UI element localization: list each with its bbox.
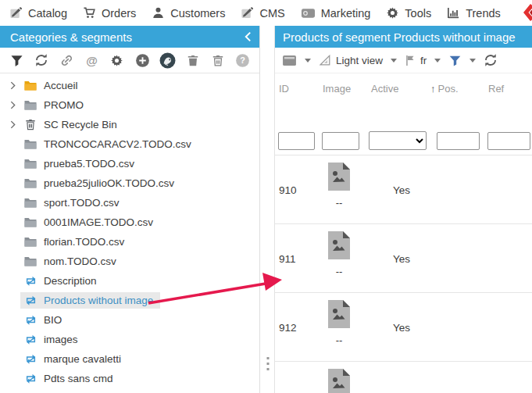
- nav-item-catalog[interactable]: Catalog: [9, 6, 67, 20]
- tree-item-segment[interactable]: marque cavaletti: [0, 349, 259, 369]
- tree-item-csv[interactable]: TRONCOCARACV2.TODO.csv: [0, 134, 259, 154]
- at-sign-icon[interactable]: @: [84, 52, 101, 69]
- product-rows: 910 -- Yes 911 -- Yes 912 -- Yes: [275, 155, 532, 393]
- brand-logo: [521, 2, 532, 23]
- image-placeholder-icon: [328, 231, 350, 259]
- nav-item-tools[interactable]: Tools: [386, 6, 431, 20]
- filter-input-pos[interactable]: [437, 132, 480, 150]
- nav-label: Catalog: [28, 7, 67, 20]
- nav-item-cms[interactable]: CMS: [241, 6, 284, 20]
- nav-item-trends[interactable]: Trends: [447, 6, 501, 20]
- table-row[interactable]: 912 -- Yes: [275, 292, 532, 361]
- nav-label: Marketing: [321, 7, 371, 20]
- refresh-icon[interactable]: [481, 53, 500, 67]
- chevron-right-icon[interactable]: [5, 81, 20, 90]
- trash-all-icon[interactable]: [209, 52, 227, 69]
- chevron-down-icon[interactable]: [434, 59, 441, 63]
- product-active: Yes: [371, 252, 432, 264]
- splitter-grip-icon[interactable]: [266, 357, 269, 370]
- view-mode-icon[interactable]: Light view: [316, 54, 385, 66]
- edit-square-icon: [9, 6, 23, 20]
- recycle-bin-icon: [23, 119, 38, 130]
- refresh-icon[interactable]: [33, 52, 50, 69]
- tree-item-csv[interactable]: nom.TODO.csv: [0, 252, 259, 271]
- filter-input-id[interactable]: [278, 132, 315, 150]
- nav-label: CMS: [259, 7, 284, 20]
- categories-panel-title: Categories & segments: [10, 30, 132, 44]
- trash-icon[interactable]: [184, 52, 202, 69]
- product-id: 912: [279, 321, 297, 333]
- segment-icon: [23, 276, 38, 286]
- folder-gray-icon: [23, 159, 38, 169]
- tree-item-products-without-image[interactable]: Products without image: [0, 291, 259, 310]
- products-toolbar: Light view fr: [275, 48, 532, 73]
- tree-item-csv[interactable]: prueba25julioOK.TODO.csv: [0, 173, 259, 193]
- tree-item-recycle-bin[interactable]: SC Recycle Bin: [0, 115, 259, 134]
- tree-item-segment[interactable]: BIO: [0, 310, 259, 330]
- product-image-cell: --: [325, 163, 353, 208]
- link-icon[interactable]: [58, 52, 75, 69]
- nav-item-customers[interactable]: Customers: [152, 6, 225, 20]
- layout-icon[interactable]: [280, 55, 299, 66]
- chevron-right-icon[interactable]: [5, 101, 20, 109]
- help-icon[interactable]: ?: [234, 52, 252, 69]
- language-flag-icon[interactable]: fr: [402, 54, 429, 67]
- image-caption: --: [336, 266, 343, 277]
- tree-item-csv[interactable]: sport.TODO.csv: [0, 193, 259, 213]
- products-panel-title: Products of segment Products without ima…: [283, 30, 516, 44]
- product-image-cell: --: [325, 300, 353, 345]
- filter-input-image[interactable]: [322, 132, 359, 150]
- tree-item-segment[interactable]: images: [0, 330, 259, 349]
- tree-item-csv[interactable]: prueba5.TODO.csv: [0, 154, 259, 173]
- folder-gray-icon: [23, 178, 38, 188]
- tree-item-csv[interactable]: 0001IMAGE.TODO.csv: [0, 213, 259, 232]
- filter-input-ref[interactable]: [487, 132, 530, 150]
- segment-icon: [23, 354, 38, 364]
- table-row[interactable]: 910 -- Yes: [275, 155, 532, 223]
- product-image-cell: [325, 369, 353, 393]
- gear-icon: [386, 6, 399, 20]
- product-id: 910: [279, 184, 297, 195]
- tree-item-segment[interactable]: Description: [0, 271, 259, 291]
- filter-select-active[interactable]: [369, 131, 427, 150]
- filter-icon[interactable]: [8, 52, 25, 69]
- column-header-ref[interactable]: Ref: [488, 83, 504, 95]
- nav-item-marketing[interactable]: Marketing: [301, 7, 371, 20]
- tree-item-accueil[interactable]: Accueil: [0, 76, 259, 95]
- nav-label: Customers: [170, 7, 225, 20]
- folder-gray-icon: [23, 198, 38, 208]
- product-id: 911: [279, 252, 296, 264]
- column-header-id[interactable]: ID: [279, 83, 289, 95]
- segment-icon: [23, 334, 38, 345]
- nav-label: Tools: [405, 7, 431, 20]
- chevron-down-icon[interactable]: [305, 59, 311, 63]
- chevron-down-icon[interactable]: [391, 59, 397, 63]
- column-header-active[interactable]: Active: [371, 83, 398, 95]
- add-circle-icon[interactable]: [134, 52, 151, 69]
- chevron-right-icon[interactable]: [5, 120, 20, 129]
- segment-icon: [23, 315, 38, 325]
- tree-item-promo[interactable]: PROMO: [0, 95, 259, 115]
- filter-icon[interactable]: [446, 54, 464, 67]
- bar-chart-icon: [447, 6, 460, 20]
- product-image-cell: --: [325, 231, 353, 277]
- view-mode-label: Light view: [336, 55, 383, 66]
- chevron-down-icon[interactable]: [470, 59, 476, 63]
- table-row[interactable]: 911 -- Yes: [275, 223, 532, 292]
- nav-label: Trends: [466, 7, 501, 20]
- category-tree: Accueil PROMO SC Recycle Bin TRONCOCARAC…: [0, 73, 259, 388]
- column-header-image[interactable]: Image: [323, 83, 351, 95]
- prestashop-icon[interactable]: [159, 52, 176, 69]
- chevron-left-icon[interactable]: [245, 31, 252, 42]
- tree-item-segment[interactable]: Pdts sans cmd: [0, 369, 259, 388]
- table-row-partial[interactable]: [275, 361, 532, 393]
- folder-gray-icon: [23, 217, 38, 227]
- categories-toolbar: @ ?: [0, 48, 259, 73]
- panel-splitter[interactable]: [261, 26, 275, 393]
- column-header-pos[interactable]: ↑Pos.: [430, 83, 459, 95]
- gear-icon[interactable]: [109, 52, 126, 69]
- nav-item-orders[interactable]: Orders: [83, 6, 136, 20]
- folder-gray-icon: [23, 256, 38, 266]
- segment-icon: [23, 295, 38, 305]
- tree-item-csv[interactable]: florian.TODO.csv: [0, 232, 259, 252]
